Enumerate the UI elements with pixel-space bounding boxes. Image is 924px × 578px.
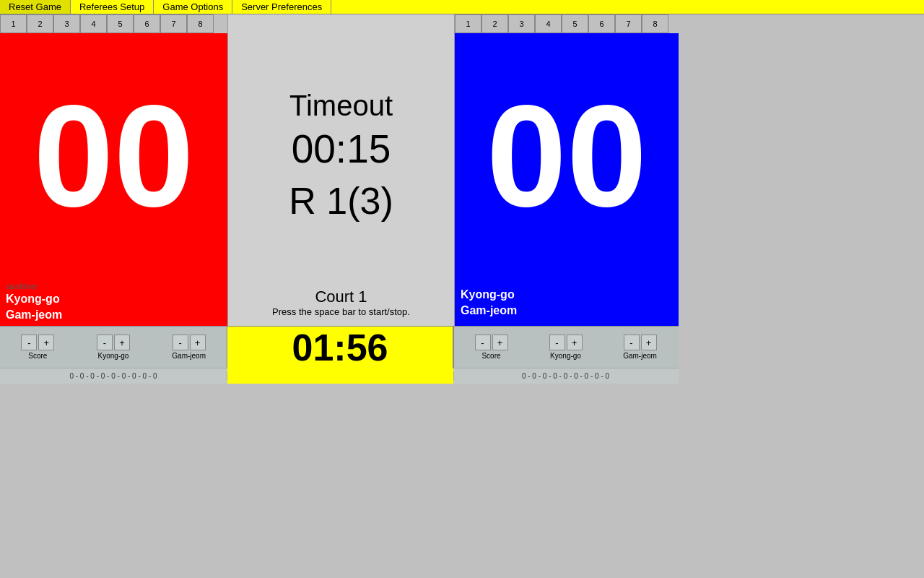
left-kyonggo-label: Kyong-go (98, 352, 129, 360)
info-row: sandtimer Kyong-go Gam-jeom Court 1 Pres… (0, 279, 679, 326)
menu-reset-game[interactable]: Reset Game (0, 0, 71, 14)
right-round-6[interactable]: 6 (588, 14, 615, 33)
center-counter-spacer (227, 368, 453, 384)
center-info: Court 1 Press the space bar to start/sto… (227, 279, 455, 326)
right-kyonggo-ctrl: - + Kyong-go (548, 335, 584, 360)
center-panel: Timeout 00:15 R 1(3) (227, 33, 455, 279)
right-round-5[interactable]: 5 (562, 14, 588, 33)
left-round-5[interactable]: 5 (107, 14, 134, 33)
left-gamjeom-plus[interactable]: + (190, 335, 206, 350)
right-round-2[interactable]: 2 (481, 14, 508, 33)
left-gamjeom-minus[interactable]: - (173, 335, 188, 350)
right-gam-jeom: Gam-jeom (461, 303, 679, 319)
left-round-4[interactable]: 4 (80, 14, 107, 33)
right-kyonggo-minus[interactable]: - (549, 335, 565, 350)
left-gam-jeom: Gam-jeom (6, 307, 227, 323)
left-gamjeom-ctrl: - + Gam-jeom (171, 335, 207, 360)
left-round-3[interactable]: 3 (53, 14, 80, 33)
left-round-6[interactable]: 6 (134, 14, 160, 33)
right-gamjeom-ctrl: - + Gam-jeom (622, 335, 658, 360)
main-timer-display: 01:56 (227, 327, 453, 368)
timeout-label: Timeout (289, 90, 393, 122)
left-score-display: 00 (33, 84, 193, 228)
right-score-ctrl: - + Score (474, 335, 510, 360)
left-round-7[interactable]: 7 (160, 14, 187, 33)
left-score-ctrl: - + Score (19, 335, 56, 360)
right-score-display: 00 (487, 84, 647, 228)
left-kyonggo-ctrl: - + Kyong-go (95, 335, 131, 360)
right-info: Kyong-go Gam-jeom (455, 279, 679, 326)
spacebar-hint: Press the space bar to start/stop. (272, 306, 410, 317)
left-kyonggo-plus[interactable]: + (114, 335, 130, 350)
right-score-panel: 00 (455, 33, 679, 279)
court-name: Court 1 (315, 288, 367, 306)
right-kyong-go: Kyong-go (461, 287, 679, 303)
left-gamjeom-label: Gam-jeom (172, 352, 206, 360)
right-score-plus[interactable]: + (492, 335, 508, 350)
round-label: R 1(3) (289, 179, 393, 223)
left-counters: 0 - 0 - 0 - 0 - 0 - 0 - 0 - 0 - 0 (0, 372, 227, 380)
right-round-4[interactable]: 4 (535, 14, 562, 33)
right-kyonggo-plus[interactable]: + (567, 335, 583, 350)
left-kyonggo-minus[interactable]: - (97, 335, 113, 350)
scoreboard: 00 Timeout 00:15 R 1(3) 00 (0, 33, 679, 279)
right-gamjeom-label: Gam-jeom (623, 352, 657, 360)
right-counters: 0 - 0 - 0 - 0 - 0 - 0 - 0 - 0 - 0 (453, 372, 677, 380)
menu-server-preferences[interactable]: Server Preferences (232, 0, 331, 14)
left-info: sandtimer Kyong-go Gam-jeom (0, 279, 227, 326)
menu-referees-setup[interactable]: Referees Setup (71, 0, 154, 14)
right-score-label: Score (481, 352, 500, 360)
right-round-buttons: 1 2 3 4 5 6 7 8 (455, 14, 679, 33)
menu-game-options[interactable]: Game Options (154, 0, 232, 14)
menu-bar: Reset Game Referees Setup Game Options S… (0, 0, 924, 14)
right-round-8[interactable]: 8 (642, 14, 668, 33)
left-round-8[interactable]: 8 (187, 14, 214, 33)
left-kyong-go: Kyong-go (6, 291, 227, 307)
timeout-time: 00:15 (292, 126, 391, 172)
right-round-7[interactable]: 7 (615, 14, 642, 33)
left-sandtimer: sandtimer (6, 282, 233, 291)
left-round-2[interactable]: 2 (27, 14, 53, 33)
right-score-minus[interactable]: - (475, 335, 491, 350)
right-controls: - + Score - + Kyong-go - + Gam-jeom (453, 327, 677, 368)
left-score-label: Score (28, 352, 47, 360)
right-gamjeom-minus[interactable]: - (624, 335, 640, 350)
left-score-minus[interactable]: - (21, 335, 37, 350)
counters-row: 0 - 0 - 0 - 0 - 0 - 0 - 0 - 0 - 0 0 - 0 … (0, 368, 679, 384)
left-round-1[interactable]: 1 (0, 14, 27, 33)
right-gamjeom-plus[interactable]: + (641, 335, 657, 350)
right-round-3[interactable]: 3 (508, 14, 535, 33)
controls-row: - + Score - + Kyong-go - + Gam-jeom 01:5… (0, 326, 679, 368)
right-round-1[interactable]: 1 (455, 14, 481, 33)
round-buttons-row: 1 2 3 4 5 6 7 8 1 2 3 4 5 6 7 8 (0, 14, 679, 33)
left-score-plus[interactable]: + (38, 335, 54, 350)
center-round-spacer (227, 14, 455, 33)
left-round-buttons: 1 2 3 4 5 6 7 8 (0, 14, 227, 33)
left-controls: - + Score - + Kyong-go - + Gam-jeom (0, 327, 227, 368)
right-kyonggo-label: Kyong-go (550, 352, 581, 360)
left-score-panel: 00 (0, 33, 227, 279)
